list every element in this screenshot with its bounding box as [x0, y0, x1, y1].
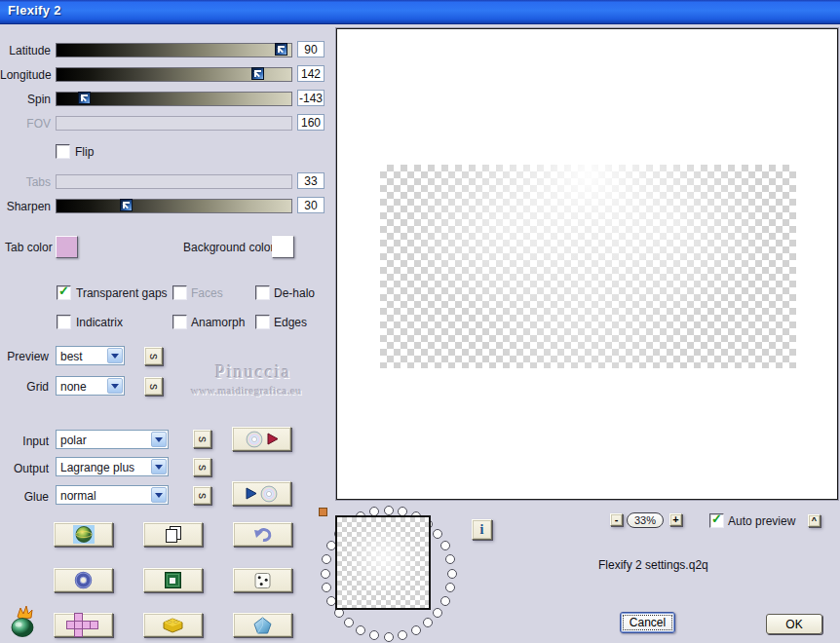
preview-mode-label: Preview: [0, 350, 49, 363]
indicatrix-checkbox[interactable]: [57, 315, 71, 329]
earth-wrap-button[interactable]: [54, 522, 113, 547]
randomize-button[interactable]: [233, 568, 292, 592]
unfold-cube-button[interactable]: [54, 613, 113, 637]
output-value: Lagrange plus: [60, 461, 134, 474]
background-color-swatch[interactable]: [272, 236, 294, 258]
preview-s-button[interactable]: s: [144, 347, 163, 365]
info-button[interactable]: i: [472, 519, 492, 540]
input-select[interactable]: polar: [56, 430, 169, 449]
title-bar[interactable]: Flexify 2: [0, 0, 840, 24]
copy-button[interactable]: [143, 522, 203, 547]
unfolded-cube-icon: [65, 613, 102, 637]
copy-pages-icon: [164, 525, 182, 545]
flexify-dialog: Flexify 2 Latitude Longitude Spin FOV Fl…: [0, 0, 840, 643]
red-play-icon: [267, 433, 279, 445]
ring-dot: [369, 630, 379, 640]
window-title: Flexify 2: [8, 3, 61, 18]
torus-button[interactable]: [54, 568, 113, 592]
glue-label: Glue: [0, 490, 49, 504]
ring-dot: [322, 583, 331, 592]
ring-dot: [440, 541, 450, 550]
s-icon: s: [196, 436, 210, 442]
s-icon: s: [196, 493, 210, 499]
flaming-pear-logo: [8, 605, 39, 638]
fov-slider: [56, 116, 292, 131]
transparent-gaps-checkbox[interactable]: ✓: [57, 285, 71, 300]
tabs-label: Tabs: [0, 175, 51, 189]
latitude-slider[interactable]: [56, 43, 292, 57]
spin-value-field[interactable]: [297, 90, 325, 106]
collapse-button[interactable]: ^: [808, 514, 821, 527]
spin-slider[interactable]: [56, 92, 292, 106]
longitude-value-field[interactable]: [297, 65, 325, 82]
chevron-down-icon[interactable]: [151, 487, 167, 503]
grid-s-button[interactable]: s: [144, 377, 163, 396]
transparent-gaps-label: Transparent gaps: [76, 286, 168, 300]
flip-checkbox[interactable]: [56, 144, 70, 159]
fov-value-field[interactable]: [297, 114, 325, 131]
preview-canvas[interactable]: [336, 28, 838, 500]
save-settings-button[interactable]: [232, 427, 291, 451]
ring-dot: [445, 554, 455, 564]
chevron-down-icon[interactable]: [107, 378, 123, 394]
glue-s-button[interactable]: s: [193, 486, 211, 505]
zoom-in-button[interactable]: +: [669, 513, 682, 526]
check-icon: ✓: [58, 284, 69, 298]
thumbnail-preview[interactable]: [335, 515, 431, 610]
indicatrix-label: Indicatrix: [76, 316, 123, 329]
grid-value: none: [60, 380, 87, 394]
ring-dot: [321, 569, 330, 579]
info-icon: i: [480, 522, 484, 538]
ok-button[interactable]: OK: [766, 614, 822, 634]
longitude-slider[interactable]: [56, 67, 292, 82]
polyhedron-button[interactable]: [233, 613, 292, 637]
de-halo-checkbox[interactable]: [255, 285, 270, 300]
background-color-label: Background color: [183, 241, 274, 254]
chevron-down-icon[interactable]: [107, 348, 123, 363]
chevron-down-icon[interactable]: [151, 432, 167, 447]
glue-select[interactable]: normal: [56, 485, 169, 505]
chevron-down-icon[interactable]: [151, 459, 167, 474]
check-icon: ✓: [711, 511, 722, 526]
zoom-level-display[interactable]: 33%: [627, 512, 664, 528]
fov-label: FOV: [0, 117, 51, 131]
cancel-button[interactable]: Cancel: [620, 612, 675, 633]
longitude-slider-thumb[interactable]: [251, 67, 264, 80]
disc-icon: [246, 431, 264, 448]
output-select[interactable]: Lagrange plus: [56, 457, 169, 476]
de-halo-label: De-halo: [274, 286, 315, 300]
s-icon: s: [147, 384, 161, 390]
settings-filename: Flexify 2 settings.q2q: [598, 558, 708, 572]
tabs-value-field[interactable]: [297, 172, 325, 189]
faces-label: Faces: [191, 286, 223, 300]
anamorph-checkbox[interactable]: [172, 315, 187, 329]
orange-handle[interactable]: [319, 508, 327, 516]
input-s-button[interactable]: s: [193, 430, 211, 448]
ring-dot: [344, 618, 354, 627]
auto-preview-checkbox[interactable]: ✓: [709, 513, 724, 528]
anamorph-label: Anamorph: [191, 316, 245, 329]
spin-slider-thumb[interactable]: [78, 92, 91, 104]
sharpen-slider-thumb[interactable]: [120, 199, 133, 211]
plus-icon: +: [672, 515, 678, 524]
grid-select[interactable]: none: [56, 376, 125, 396]
longitude-label: Longitude: [0, 68, 51, 82]
preview-mode-select[interactable]: best: [56, 346, 125, 365]
latitude-slider-thumb[interactable]: [275, 43, 287, 56]
undo-button[interactable]: [233, 522, 292, 547]
preview-render-image: [380, 165, 796, 368]
sharpen-slider[interactable]: [56, 199, 292, 213]
output-s-button[interactable]: s: [193, 458, 211, 476]
edges-checkbox[interactable]: [255, 315, 270, 329]
ring-dot: [398, 630, 407, 640]
ring-dot: [423, 618, 433, 627]
gem-pentagon-icon: [253, 617, 272, 634]
load-settings-button[interactable]: [232, 481, 291, 506]
sharpen-label: Sharpen: [0, 200, 51, 213]
tab-color-swatch[interactable]: [56, 236, 78, 258]
latitude-value-field[interactable]: [297, 41, 325, 57]
zoom-out-button[interactable]: -: [610, 513, 623, 526]
brick-button[interactable]: [143, 613, 203, 637]
chip-button[interactable]: [143, 568, 203, 592]
sharpen-value-field[interactable]: [297, 197, 325, 213]
